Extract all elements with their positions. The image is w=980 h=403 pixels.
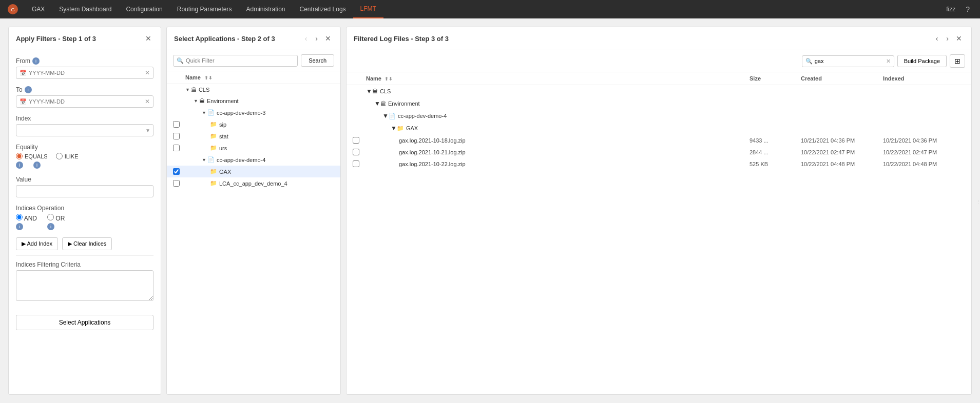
files-row-demo4[interactable]: ▼ 📄 cc-app-dev-demo-4 <box>347 110 971 122</box>
files-env-icon: 🏛 <box>380 100 386 107</box>
from-date-input[interactable] <box>29 70 145 76</box>
name-sort-icon: ⬆⬇ <box>204 75 213 80</box>
mid-search-button[interactable]: Search <box>301 54 334 67</box>
mid-panel-close-button[interactable]: ✕ <box>323 33 333 44</box>
lca-checkbox[interactable] <box>173 180 180 187</box>
f3-size: 525 KB <box>750 161 801 167</box>
files-cls-expand-icon[interactable]: ▼ <box>366 88 372 95</box>
ilike-radio-label[interactable]: ILIKE <box>56 153 79 159</box>
indices-filtering-textarea[interactable] <box>16 270 153 301</box>
equals-info-icon[interactable]: i <box>16 162 23 169</box>
value-form-group: Value <box>16 176 153 197</box>
stat-label: stat <box>219 133 228 139</box>
equality-form-group: Equality EQUALS ILIKE i i <box>16 144 153 169</box>
or-radio-label[interactable]: OR <box>47 214 65 222</box>
tree-row-urs[interactable]: 📁 urs <box>167 142 340 154</box>
f2-label: gax.log.2021-10-21.log.zip <box>399 149 466 155</box>
indices-operation-label: Indices Operation <box>16 205 153 212</box>
files-row-gax-folder[interactable]: ▼ 📁 GAX <box>347 122 971 134</box>
nav-administration[interactable]: Administration <box>239 0 293 18</box>
f3-checkbox[interactable] <box>353 160 359 167</box>
env-expand-icon[interactable]: ▼ <box>194 98 198 104</box>
equals-radio-label[interactable]: EQUALS <box>16 153 48 159</box>
left-panel-actions: ✕ <box>143 33 153 44</box>
tree-row-gax[interactable]: 📁 GAX <box>167 166 340 177</box>
topnav: G GAX System Dashboard Configuration Rou… <box>0 0 980 18</box>
clear-indices-button[interactable]: ▶ Clear Indices <box>62 237 112 250</box>
files-row-environment[interactable]: ▼ 🏛 Environment <box>347 97 971 110</box>
nav-system-dashboard[interactable]: System Dashboard <box>52 0 119 18</box>
tree-row-cls[interactable]: ▼ 🏛 CLS <box>167 84 340 95</box>
env-label: Environment <box>207 98 239 104</box>
mid-panel-next-button[interactable]: › <box>312 33 321 44</box>
right-panel-next-button[interactable]: › <box>943 33 952 44</box>
tree-row-demo3[interactable]: ▼ 📄 cc-app-dev-demo-3 <box>167 107 340 118</box>
demo4-label: cc-app-dev-demo-4 <box>217 157 265 163</box>
f1-size: 9433 ... <box>750 137 801 144</box>
nav-configuration[interactable]: Configuration <box>119 0 169 18</box>
demo4-expand-icon[interactable]: ▼ <box>202 157 206 163</box>
sip-checkbox[interactable] <box>173 121 180 128</box>
right-panel-prev-button[interactable]: ‹ <box>933 33 941 44</box>
index-select[interactable] <box>16 124 153 136</box>
grid-view-button[interactable]: ⊞ <box>950 54 965 68</box>
right-search-icon: 🔍 <box>805 58 813 65</box>
and-radio[interactable] <box>16 214 23 220</box>
files-env-expand-icon[interactable]: ▼ <box>374 100 380 107</box>
mid-tree-body: ▼ 🏛 CLS ▼ 🏛 Environment <box>167 84 340 394</box>
to-info-icon[interactable]: i <box>25 86 32 93</box>
demo4-app-icon: 📄 <box>207 156 215 163</box>
files-row-f1[interactable]: gax.log.2021-10-18.log.zip 9433 ... 10/2… <box>347 134 971 146</box>
select-applications-button[interactable]: Select Applications <box>16 315 153 330</box>
nav-centralized-logs[interactable]: Centralized Logs <box>293 0 353 18</box>
to-clear-button[interactable]: ✕ <box>145 98 150 105</box>
files-demo4-expand-icon[interactable]: ▼ <box>382 112 389 119</box>
tree-row-stat[interactable]: 📁 stat <box>167 130 340 142</box>
help-icon[interactable]: ? <box>960 5 975 13</box>
mid-search-input[interactable] <box>186 57 294 64</box>
f2-checkbox[interactable] <box>353 149 359 155</box>
equals-radio[interactable] <box>16 153 23 159</box>
from-clear-button[interactable]: ✕ <box>145 69 150 76</box>
f1-indexed: 10/21/2021 04:36 PM <box>883 137 965 144</box>
right-panel-close-button[interactable]: ✕ <box>954 33 964 44</box>
tree-row-lca[interactable]: 📁 LCA_cc_app_dev_demo_4 <box>167 177 340 189</box>
cls-expand-icon[interactable]: ▼ <box>185 87 190 92</box>
value-input[interactable] <box>16 185 153 197</box>
right-search-input[interactable] <box>815 58 886 64</box>
or-radio[interactable] <box>47 214 54 220</box>
and-info-icon[interactable]: i <box>16 223 23 230</box>
left-panel-close-button[interactable]: ✕ <box>143 33 153 44</box>
files-row-f3[interactable]: gax.log.2021-10-22.log.zip 525 KB 10/22/… <box>347 158 971 170</box>
files-row-cls[interactable]: ▼ 🏛 CLS <box>347 85 971 97</box>
nav-lfmt[interactable]: LFMT <box>353 0 383 18</box>
gax-checkbox[interactable] <box>173 168 180 175</box>
stat-checkbox[interactable] <box>173 133 180 139</box>
ilike-radio[interactable] <box>56 153 63 159</box>
nav-gax[interactable]: GAX <box>25 0 52 18</box>
tree-row-demo4[interactable]: ▼ 📄 cc-app-dev-demo-4 <box>167 154 340 166</box>
urs-checkbox[interactable] <box>173 145 180 151</box>
f1-checkbox[interactable] <box>353 137 359 144</box>
nav-routing-parameters[interactable]: Routing Parameters <box>170 0 239 18</box>
ilike-info-icon[interactable]: i <box>33 162 41 169</box>
demo3-expand-icon[interactable]: ▼ <box>202 110 206 115</box>
build-package-button[interactable]: Build Package <box>897 55 947 67</box>
from-info-icon[interactable]: i <box>32 57 40 65</box>
app-logo[interactable]: G <box>5 2 21 17</box>
f2-created: 10/22/2021 02:47 PM <box>801 149 883 155</box>
right-search-clear-button[interactable]: ✕ <box>886 58 891 65</box>
files-gax-expand-icon[interactable]: ▼ <box>391 125 397 132</box>
or-info-icon[interactable]: i <box>47 223 54 230</box>
to-label: To i <box>16 86 153 93</box>
tree-row-environment[interactable]: ▼ 🏛 Environment <box>167 95 340 107</box>
mid-panel-prev-button[interactable]: ‹ <box>302 33 311 44</box>
svg-text:G: G <box>11 7 14 12</box>
tree-row-sip[interactable]: 📁 sip <box>167 118 340 130</box>
files-row-f2[interactable]: gax.log.2021-10-21.log.zip 2844 ... 10/2… <box>347 146 971 158</box>
stat-folder-icon: 📁 <box>210 133 217 139</box>
and-radio-label[interactable]: AND <box>16 214 37 222</box>
to-date-input[interactable] <box>29 98 145 105</box>
index-label: Index <box>16 115 153 122</box>
add-index-button[interactable]: ▶ Add Index <box>16 237 58 250</box>
